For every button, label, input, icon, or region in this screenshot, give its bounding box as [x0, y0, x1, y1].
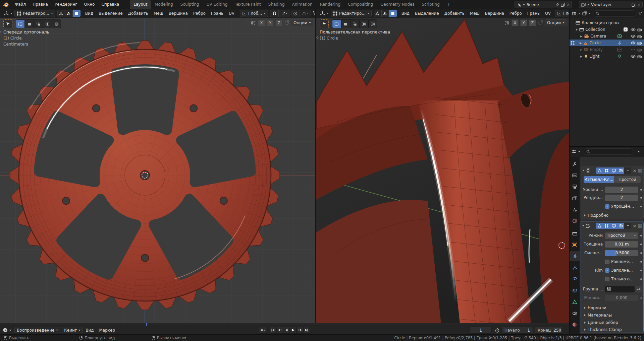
section-materials[interactable]: Материалы [584, 312, 642, 319]
animate-dot[interactable] [640, 270, 642, 271]
unlink-scene-button[interactable]: × [567, 2, 570, 7]
face-select-toggle[interactable] [73, 10, 80, 17]
outliner-search-input[interactable] [593, 10, 637, 17]
display-mode-dropdown[interactable] [581, 10, 592, 17]
jump-to-end-button[interactable] [303, 327, 310, 334]
collection-checkbox[interactable]: ✓ [624, 27, 628, 31]
animate-dot[interactable] [640, 235, 642, 236]
proportional-editing-toggle[interactable] [291, 10, 299, 17]
outliner-row-circle[interactable]: ▶ Circle [570, 40, 644, 46]
keying-menu[interactable]: Кеинг [62, 327, 83, 333]
mirror-y-toggle[interactable]: Y [267, 19, 274, 26]
options-dropdown[interactable]: Опции [291, 19, 313, 26]
vertex-select-toggle[interactable] [57, 10, 65, 17]
menu-vertex[interactable]: Вершина [166, 9, 191, 18]
animate-dot[interactable] [640, 244, 642, 245]
tab-object[interactable] [570, 240, 580, 250]
workspace-tab-geometry-nodes[interactable]: Geometry Nodes [377, 0, 418, 9]
animate-dot[interactable] [640, 197, 642, 199]
select-box-tool[interactable] [16, 19, 25, 28]
tab-constraints[interactable] [570, 285, 580, 295]
edit-mode-display-toggle[interactable] [603, 167, 610, 174]
editor-type-button[interactable] [2, 327, 12, 334]
subdivision-type-catmull[interactable]: Кэтмелл-Кл... [584, 176, 614, 183]
add-workspace-button[interactable]: + [443, 0, 454, 9]
hide-viewport-eye-icon[interactable] [631, 41, 636, 45]
camera-data-badge-icon[interactable] [617, 34, 622, 38]
proportional-falloff-dropdown[interactable] [299, 10, 311, 17]
play-reverse-button[interactable] [283, 327, 290, 334]
animate-dot[interactable] [640, 189, 642, 191]
vertex-group-field[interactable] [605, 286, 635, 292]
menu-edge[interactable]: Ребро [191, 9, 208, 18]
drag-handle-icon[interactable]: ⣿⣿ [638, 169, 642, 173]
menu-edit[interactable]: Правка [29, 0, 51, 9]
workspace-tab-scripting[interactable]: Scripting [418, 0, 443, 9]
current-frame-field[interactable]: 1 [470, 327, 492, 334]
collapse-chevron-icon[interactable] [582, 170, 584, 171]
mode-dropdown[interactable]: Редактиро... [331, 10, 372, 17]
on-cage-toggle[interactable] [596, 223, 603, 229]
section-thickness-clamp[interactable]: Thickness Clamp [584, 326, 642, 333]
animate-dot[interactable] [640, 261, 642, 263]
menu-help[interactable]: Справка [98, 0, 122, 9]
realtime-display-toggle[interactable] [610, 167, 617, 174]
disclosure-open-icon[interactable]: ▼ [576, 28, 578, 31]
cursor-tool-button[interactable] [320, 19, 329, 28]
menu-face[interactable]: Грань [525, 9, 542, 18]
select-invert-tool[interactable] [359, 19, 368, 28]
menu-select[interactable]: Выделение [96, 9, 125, 18]
mirror-x-toggle[interactable]: X [512, 19, 519, 26]
new-layer-icon[interactable] [632, 3, 636, 7]
workspace-tab-uv-editing[interactable]: UV Editing [203, 0, 231, 9]
menu-face[interactable]: Грань [208, 9, 226, 18]
workspace-tab-modeling[interactable]: Modeling [151, 0, 177, 9]
edge-select-toggle[interactable] [65, 10, 73, 17]
animate-dot[interactable] [640, 206, 642, 207]
new-scene-icon[interactable] [561, 3, 565, 7]
workspace-tab-texture-paint[interactable]: Texture Paint [231, 0, 264, 9]
editor-type-button[interactable] [571, 148, 581, 155]
tab-material[interactable] [570, 308, 580, 318]
disable-render-camera-icon[interactable] [637, 28, 642, 31]
viewport-left-canvas[interactable] [0, 18, 315, 323]
menu-add[interactable]: Добавить [125, 9, 151, 18]
menu-add[interactable]: Добавить [442, 9, 467, 18]
filter-options-dropdown[interactable] [638, 151, 640, 152]
viewlayer-selector[interactable]: ViewLayer × [579, 1, 643, 8]
select-extend-tool[interactable] [341, 19, 350, 28]
disable-render-camera-icon[interactable] [637, 35, 642, 38]
select-extend-tool[interactable] [25, 19, 34, 28]
menu-view[interactable]: Вид [83, 9, 96, 18]
face-select-toggle[interactable] [389, 10, 397, 17]
disable-render-camera-icon[interactable] [637, 41, 642, 45]
levels-field[interactable]: 2 [605, 187, 638, 193]
invert-vertex-group-button[interactable]: ↔ [635, 286, 642, 292]
frame-start-field[interactable]: Начало1 [501, 327, 533, 334]
animate-dot[interactable] [640, 297, 642, 299]
jump-to-start-button[interactable] [270, 327, 276, 334]
render-display-toggle[interactable] [617, 167, 624, 174]
menu-uv[interactable]: UV [226, 9, 237, 18]
region-resize-handle[interactable]: ◇ [316, 35, 319, 40]
hide-viewport-eye-icon[interactable] [631, 55, 636, 58]
editor-type-button[interactable] [2, 10, 14, 17]
outliner-row-collection[interactable]: ▼ Collection ✓ [570, 26, 644, 33]
animate-dot[interactable] [640, 278, 642, 280]
disable-render-camera-icon[interactable] [637, 55, 642, 58]
simplify-checkbox[interactable]: ✓ [605, 204, 609, 209]
vertex-select-toggle[interactable] [374, 10, 381, 17]
tab-output[interactable] [570, 182, 580, 192]
tab-tool[interactable] [570, 159, 580, 169]
only-rim-checkbox[interactable] [605, 277, 609, 281]
editor-type-button[interactable] [318, 10, 331, 17]
collapse-chevron-icon[interactable] [582, 225, 584, 226]
auto-keying-toggle[interactable]: ● [259, 327, 268, 334]
hide-viewport-eye-icon[interactable] [631, 28, 636, 31]
snap-toggle[interactable] [270, 10, 279, 17]
animate-dot[interactable] [640, 252, 642, 254]
section-edge-data[interactable]: Данные рёбер [584, 319, 642, 326]
snap-settings-dropdown[interactable] [279, 10, 289, 17]
play-button[interactable] [290, 327, 297, 334]
outliner-row-camera[interactable]: ▶ Camera [570, 33, 644, 40]
